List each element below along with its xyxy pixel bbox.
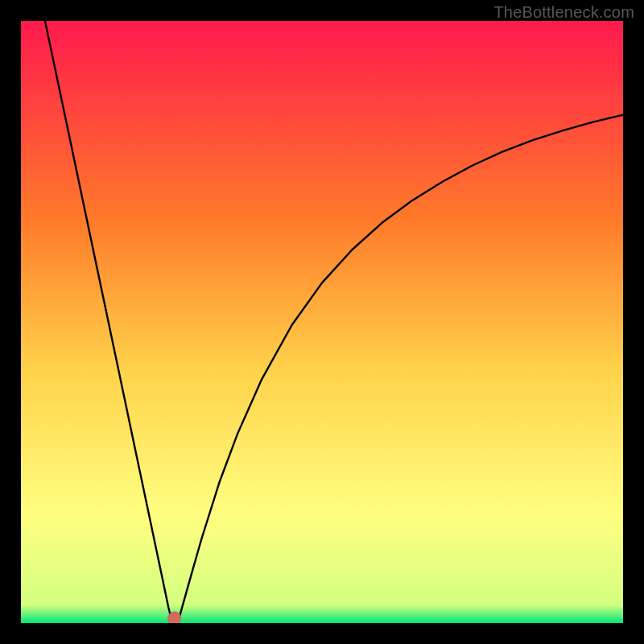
bottleneck-chart	[21, 21, 623, 623]
gradient-background	[21, 21, 623, 623]
watermark-text: TheBottleneck.com	[493, 3, 634, 22]
optimal-point-marker	[168, 612, 181, 623]
chart-frame	[21, 21, 623, 623]
